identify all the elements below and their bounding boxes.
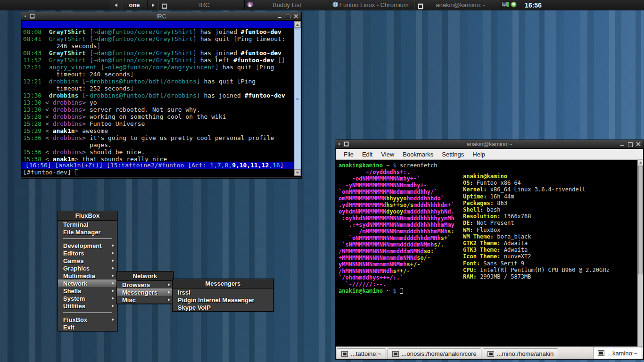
close-button[interactable]	[293, 14, 298, 19]
menu-item-graphics[interactable]: Graphics	[58, 264, 117, 272]
tray-messenger-icon[interactable]	[511, 1, 517, 9]
menu-item-network[interactable]: Network	[58, 280, 117, 287]
menu-item-shells[interactable]: Shells	[58, 287, 117, 295]
terminal-line: `-//////:--.	[339, 281, 636, 288]
menu-item-utilities[interactable]: Utilities	[58, 302, 117, 310]
scroll-down-button[interactable]	[294, 169, 301, 176]
submenu-arrow-icon	[112, 289, 114, 292]
tab-label: ...mino:/home/anakin	[497, 350, 554, 357]
close-button[interactable]	[636, 141, 641, 147]
menu-item-messengers[interactable]: Messengers	[117, 288, 173, 296]
irc-chat-line: 15:28 < drobbins> Funtoo Universe	[23, 120, 293, 127]
taskbar-item-konsole[interactable]: anakin@kamino:~	[415, 0, 500, 10]
irssi-input-line[interactable]: [#funtoo-dev]	[23, 169, 293, 176]
taskbar-item-irc[interactable]: IRC	[159, 0, 244, 10]
menu-item-file-manager[interactable]: File Manager	[58, 228, 117, 236]
irc-chat-line: 12:21 angry_vincent [~oleg@funtoo/core/a…	[23, 64, 293, 71]
menu-edit[interactable]: Edit	[358, 151, 377, 158]
workspace-next-button[interactable]	[147, 0, 159, 10]
irc-chat-line: 13:30 drobbins [~drobbins@funtoo/bdfl/dr…	[23, 92, 293, 99]
workspace-prev-button[interactable]	[110, 0, 122, 10]
menu-item-label: Misc	[122, 296, 136, 304]
irc-chat-line: 08:41 GrayTShirt [~dan@funtoo/core/GrayT…	[23, 35, 293, 42]
left-arrow-icon	[115, 3, 117, 7]
menu-item-terminal[interactable]: Terminal	[58, 221, 117, 228]
chromium-icon	[332, 1, 339, 9]
konsole-tab-onosis-home-anakin-core[interactable]: ...onosis:/home/anakin/core	[388, 348, 481, 359]
scrollbar-thumb[interactable]	[638, 166, 643, 274]
konsole-window-titlebar[interactable]: anakin@kamino:~	[335, 140, 644, 148]
menu-item-fluxbox[interactable]: FluxBox	[58, 316, 117, 323]
menu-item-misc[interactable]: Misc	[117, 296, 173, 304]
submenu-arrow-icon	[112, 267, 114, 270]
fluxbox-toolbar: one IRC Buddy List Funtoo Linux - Chromi…	[0, 0, 644, 10]
xterm-icon	[162, 3, 167, 9]
menu-item-editors[interactable]: Editors	[58, 249, 117, 257]
konsole-tab-tattoine[interactable]: ...tattoine:~	[337, 348, 386, 359]
window-resize-handle[interactable]	[21, 176, 301, 178]
menu-item-browsers[interactable]: Browsers	[117, 281, 173, 288]
submenu-arrow-icon	[112, 259, 114, 262]
menu-item-system[interactable]: System	[58, 295, 117, 302]
submenu-arrow-icon	[168, 283, 170, 286]
menu-title: Network	[117, 272, 173, 281]
menu-item-label: FluxBox	[63, 316, 87, 323]
minimize-button[interactable]	[277, 14, 282, 19]
irc-chat-line: 15:36 < drobbins> it's going to give us …	[23, 134, 293, 141]
minimize-button[interactable]	[619, 141, 625, 147]
irc-window-titlebar[interactable]: IRC	[21, 12, 301, 21]
irc-chat-line: timeout: 240 seconds]	[23, 71, 293, 78]
menu-item-development[interactable]: Development	[58, 242, 117, 249]
menu-item-games[interactable]: Games	[58, 257, 117, 264]
submenu-arrow-icon	[112, 274, 114, 277]
irc-chat-line: timeout: 252 seconds]	[23, 85, 293, 92]
scroll-up-button[interactable]	[638, 160, 643, 165]
irc-chat-line: pages.	[23, 141, 293, 148]
tray-monitor-icon[interactable]	[502, 1, 509, 9]
irc-chat-line: 13:30 < drobbins> server rebooted. Not s…	[23, 106, 293, 113]
konsole-tab-mino-home-anakin[interactable]: ...mino:/home/anakin	[483, 348, 559, 359]
irc-chat-line: 15:29 < anak1n> awesome	[23, 127, 293, 134]
taskbar-item-label: anakin@kamino:~	[421, 1, 500, 8]
konsole-terminal-area[interactable]: anakin@kamino ~ $ screenfetch -/oyddmdhs…	[336, 160, 643, 346]
sysinfo-line: GTK2 Theme: Adwaita	[463, 240, 610, 247]
menu-help[interactable]: Help	[468, 151, 489, 158]
menu-settings[interactable]: Settings	[438, 151, 468, 158]
konsole-menubar: FileEditViewBookmarksSettingsHelp	[336, 149, 643, 160]
sysinfo-line: Uptime: 16h 44m	[463, 193, 610, 200]
up-arrow-icon	[639, 162, 642, 164]
toolbar-filler	[548, 0, 644, 10]
sysinfo-line: Shell: bash	[463, 206, 610, 213]
scrollbar-thumb[interactable]	[295, 30, 300, 171]
workspace-name[interactable]: one	[122, 0, 147, 10]
menu-bookmarks[interactable]: Bookmarks	[398, 151, 438, 158]
konsole-tab-kamino[interactable]: ...kamino:~	[593, 347, 642, 359]
scroll-up-button[interactable]	[294, 21, 301, 28]
maximize-button[interactable]	[627, 141, 633, 147]
sysinfo-line: anakin@kamino	[463, 173, 610, 180]
menu-item-multimedia[interactable]: Multimedia	[58, 272, 117, 280]
pidgin-icon	[247, 1, 253, 9]
menu-separator	[63, 239, 112, 239]
irc-chat-line: 12:21 drobbins [~drobbins@funtoo/bdfl/dr…	[23, 78, 293, 85]
menu-title: FluxBox	[58, 211, 117, 221]
screenfetch-sysinfo: anakin@kaminoOS: Funtoo x86_64Kernel: x8…	[463, 173, 610, 280]
menu-file[interactable]: File	[339, 151, 358, 158]
menu-view[interactable]: View	[377, 151, 398, 158]
menu-item-skype-voip[interactable]: Skype VoIP	[173, 304, 273, 311]
menu-item-label: Network	[63, 280, 87, 287]
desktop: one IRC Buddy List Funtoo Linux - Chromi…	[0, 0, 644, 362]
cursor	[400, 288, 403, 294]
menu-item-irssi[interactable]: Irssi	[173, 288, 273, 296]
irc-scrollbar[interactable]	[294, 21, 301, 176]
tab-label: ...kamino:~	[607, 350, 637, 357]
maximize-button[interactable]	[285, 14, 290, 19]
konsole-scrollbar[interactable]	[637, 160, 643, 346]
taskbar-item-buddy-list[interactable]: Buddy List	[244, 0, 330, 10]
submenu-arrow-icon	[168, 291, 170, 294]
menu-item-exit[interactable]: Exit	[58, 323, 117, 331]
sysinfo-line: Resolution: 644x362	[463, 213, 610, 220]
terminal-icon	[487, 351, 494, 357]
menu-item-pidgin-internet-messenger[interactable]: Pidgin Internet Messenger	[173, 296, 273, 304]
taskbar-item-chromium[interactable]: Funtoo Linux - Chromium	[330, 0, 415, 10]
